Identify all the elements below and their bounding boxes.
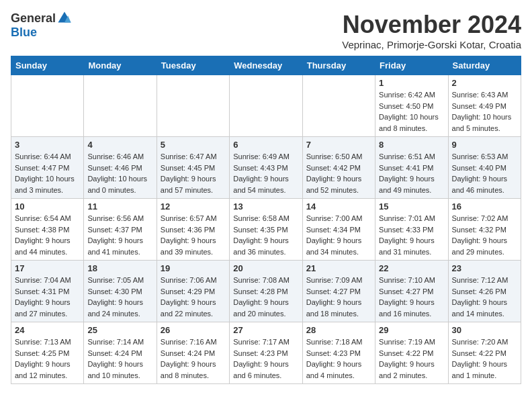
day-info: Sunrise: 7:09 AMSunset: 4:27 PMDaylight:… <box>306 275 371 319</box>
calendar-cell: 29Sunrise: 7:19 AMSunset: 4:22 PMDayligh… <box>375 322 448 384</box>
day-number: 7 <box>306 140 371 150</box>
calendar-table: Sunday Monday Tuesday Wednesday Thursday… <box>11 56 521 384</box>
day-info: Sunrise: 7:06 AMSunset: 4:29 PMDaylight:… <box>161 275 226 319</box>
day-number: 29 <box>379 325 444 335</box>
calendar-body: 1Sunrise: 6:42 AMSunset: 4:50 PMDaylight… <box>11 75 521 384</box>
day-info: Sunrise: 7:18 AMSunset: 4:23 PMDaylight:… <box>306 336 371 381</box>
calendar-cell: 6Sunrise: 6:49 AMSunset: 4:43 PMDaylight… <box>230 137 302 199</box>
day-number: 15 <box>379 201 444 212</box>
col-saturday: Saturday <box>448 56 521 75</box>
logo-blue-text: Blue <box>11 26 37 39</box>
day-info: Sunrise: 6:43 AMSunset: 4:49 PMDaylight:… <box>452 89 517 134</box>
month-title: November 2024 <box>342 11 521 39</box>
day-number: 26 <box>161 325 226 335</box>
day-info: Sunrise: 7:01 AMSunset: 4:33 PMDaylight:… <box>379 213 444 257</box>
day-number: 10 <box>15 201 80 212</box>
calendar-cell: 5Sunrise: 6:47 AMSunset: 4:45 PMDaylight… <box>157 137 229 199</box>
day-number: 18 <box>87 263 152 273</box>
day-info: Sunrise: 6:42 AMSunset: 4:50 PMDaylight:… <box>379 89 444 134</box>
day-info: Sunrise: 7:16 AMSunset: 4:24 PMDaylight:… <box>161 336 226 381</box>
calendar-cell: 13Sunrise: 6:58 AMSunset: 4:35 PMDayligh… <box>230 199 302 261</box>
logo-icon <box>57 11 72 26</box>
day-number: 21 <box>306 263 371 273</box>
calendar-cell: 18Sunrise: 7:05 AMSunset: 4:30 PMDayligh… <box>84 261 157 322</box>
calendar-cell: 1Sunrise: 6:42 AMSunset: 4:50 PMDaylight… <box>375 75 448 137</box>
day-info: Sunrise: 6:54 AMSunset: 4:38 PMDaylight:… <box>15 213 80 257</box>
calendar-cell <box>302 75 375 137</box>
day-info: Sunrise: 7:10 AMSunset: 4:27 PMDaylight:… <box>379 275 444 319</box>
day-number: 22 <box>379 263 444 273</box>
day-number: 3 <box>15 140 80 150</box>
calendar-cell <box>11 75 84 137</box>
day-info: Sunrise: 6:50 AMSunset: 4:42 PMDaylight:… <box>306 151 371 195</box>
day-info: Sunrise: 7:02 AMSunset: 4:32 PMDaylight:… <box>452 213 517 257</box>
day-number: 6 <box>233 140 298 150</box>
day-info: Sunrise: 7:13 AMSunset: 4:25 PMDaylight:… <box>15 336 80 381</box>
header-row: Sunday Monday Tuesday Wednesday Thursday… <box>11 56 521 75</box>
calendar-cell <box>157 75 229 137</box>
day-number: 25 <box>87 325 152 335</box>
calendar-cell: 23Sunrise: 7:12 AMSunset: 4:26 PMDayligh… <box>448 261 521 322</box>
title-section: November 2024 Veprinac, Primorje-Gorski … <box>342 11 521 50</box>
location: Veprinac, Primorje-Gorski Kotar, Croatia <box>342 39 521 50</box>
calendar-cell <box>84 75 157 137</box>
day-number: 1 <box>379 78 444 88</box>
day-info: Sunrise: 6:56 AMSunset: 4:37 PMDaylight:… <box>87 213 152 257</box>
calendar-cell: 11Sunrise: 6:56 AMSunset: 4:37 PMDayligh… <box>84 199 157 261</box>
page-header: General Blue November 2024 Veprinac, Pri… <box>11 11 521 50</box>
col-friday: Friday <box>375 56 448 75</box>
day-info: Sunrise: 7:04 AMSunset: 4:31 PMDaylight:… <box>15 275 80 319</box>
day-info: Sunrise: 7:08 AMSunset: 4:28 PMDaylight:… <box>233 275 298 319</box>
day-number: 19 <box>161 263 226 273</box>
col-tuesday: Tuesday <box>157 56 229 75</box>
day-number: 16 <box>452 201 517 212</box>
day-info: Sunrise: 7:05 AMSunset: 4:30 PMDaylight:… <box>87 275 152 319</box>
calendar-cell: 19Sunrise: 7:06 AMSunset: 4:29 PMDayligh… <box>157 261 229 322</box>
calendar-cell <box>230 75 302 137</box>
calendar-cell: 25Sunrise: 7:14 AMSunset: 4:24 PMDayligh… <box>84 322 157 384</box>
calendar-week-1: 3Sunrise: 6:44 AMSunset: 4:47 PMDaylight… <box>11 137 521 199</box>
calendar-cell: 10Sunrise: 6:54 AMSunset: 4:38 PMDayligh… <box>11 199 84 261</box>
calendar-cell: 26Sunrise: 7:16 AMSunset: 4:24 PMDayligh… <box>157 322 229 384</box>
day-info: Sunrise: 6:47 AMSunset: 4:45 PMDaylight:… <box>161 151 226 195</box>
day-number: 13 <box>233 201 298 212</box>
day-number: 17 <box>15 263 80 273</box>
day-info: Sunrise: 6:58 AMSunset: 4:35 PMDaylight:… <box>233 213 298 257</box>
col-monday: Monday <box>84 56 157 75</box>
day-number: 30 <box>452 325 517 335</box>
calendar-header: Sunday Monday Tuesday Wednesday Thursday… <box>11 56 521 75</box>
calendar-cell: 20Sunrise: 7:08 AMSunset: 4:28 PMDayligh… <box>230 261 302 322</box>
day-number: 4 <box>87 140 152 150</box>
day-info: Sunrise: 7:12 AMSunset: 4:26 PMDaylight:… <box>452 275 517 319</box>
day-info: Sunrise: 6:51 AMSunset: 4:41 PMDaylight:… <box>379 151 444 195</box>
logo: General Blue <box>11 11 72 40</box>
calendar-cell: 15Sunrise: 7:01 AMSunset: 4:33 PMDayligh… <box>375 199 448 261</box>
day-info: Sunrise: 6:57 AMSunset: 4:36 PMDaylight:… <box>161 213 226 257</box>
day-info: Sunrise: 7:20 AMSunset: 4:22 PMDaylight:… <box>452 336 517 381</box>
calendar-week-2: 10Sunrise: 6:54 AMSunset: 4:38 PMDayligh… <box>11 199 521 261</box>
day-number: 27 <box>233 325 298 335</box>
logo-general-text: General <box>11 11 56 26</box>
day-info: Sunrise: 6:49 AMSunset: 4:43 PMDaylight:… <box>233 151 298 195</box>
day-number: 12 <box>161 201 226 212</box>
calendar-cell: 22Sunrise: 7:10 AMSunset: 4:27 PMDayligh… <box>375 261 448 322</box>
day-info: Sunrise: 7:19 AMSunset: 4:22 PMDaylight:… <box>379 336 444 381</box>
day-number: 9 <box>452 140 517 150</box>
day-number: 5 <box>161 140 226 150</box>
day-number: 8 <box>379 140 444 150</box>
day-info: Sunrise: 7:00 AMSunset: 4:34 PMDaylight:… <box>306 213 371 257</box>
calendar-cell: 28Sunrise: 7:18 AMSunset: 4:23 PMDayligh… <box>302 322 375 384</box>
day-info: Sunrise: 6:53 AMSunset: 4:40 PMDaylight:… <box>452 151 517 195</box>
day-number: 11 <box>87 201 152 212</box>
calendar-cell: 8Sunrise: 6:51 AMSunset: 4:41 PMDaylight… <box>375 137 448 199</box>
col-wednesday: Wednesday <box>230 56 302 75</box>
day-info: Sunrise: 7:17 AMSunset: 4:23 PMDaylight:… <box>233 336 298 381</box>
calendar-cell: 14Sunrise: 7:00 AMSunset: 4:34 PMDayligh… <box>302 199 375 261</box>
day-number: 20 <box>233 263 298 273</box>
calendar-cell: 27Sunrise: 7:17 AMSunset: 4:23 PMDayligh… <box>230 322 302 384</box>
calendar-cell: 24Sunrise: 7:13 AMSunset: 4:25 PMDayligh… <box>11 322 84 384</box>
calendar-week-0: 1Sunrise: 6:42 AMSunset: 4:50 PMDaylight… <box>11 75 521 137</box>
day-number: 28 <box>306 325 371 335</box>
calendar-cell: 2Sunrise: 6:43 AMSunset: 4:49 PMDaylight… <box>448 75 521 137</box>
day-number: 24 <box>15 325 80 335</box>
